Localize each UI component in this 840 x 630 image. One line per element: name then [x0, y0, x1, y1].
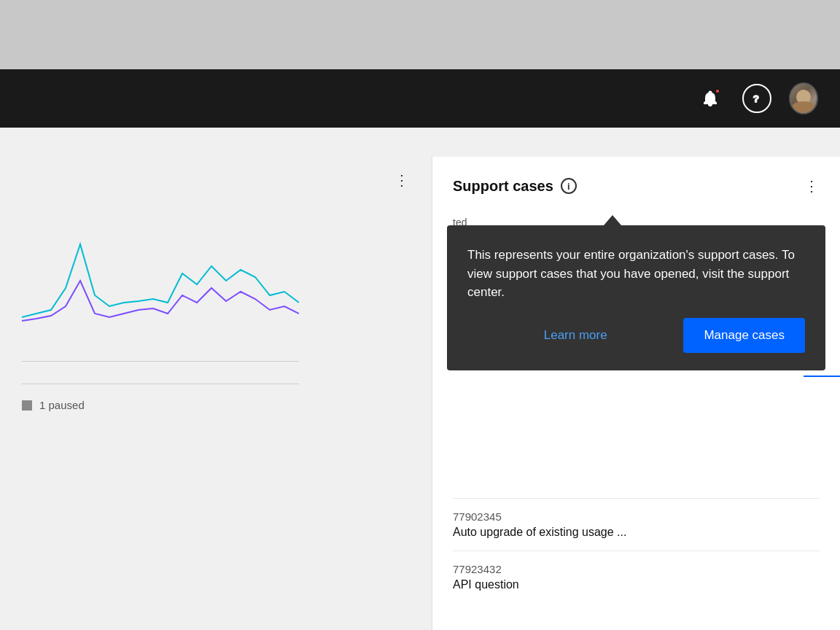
case-item-1[interactable]: 77923432 API question — [432, 551, 840, 603]
panel-title-area: Support cases i — [453, 178, 577, 195]
case-number-1: 77923432 — [453, 563, 820, 575]
chart-container — [22, 193, 299, 354]
legend-square-icon — [22, 400, 32, 411]
left-panel-menu-button[interactable]: ⋮ — [394, 171, 410, 189]
cases-list: 77902345 Auto upgrade of existing usage … — [432, 498, 840, 603]
line-chart — [22, 193, 299, 354]
notification-bell-button[interactable] — [696, 84, 725, 113]
info-icon-button[interactable]: i — [561, 178, 577, 194]
avatar-image — [790, 84, 817, 113]
content-area: ⋮ 1 paused Support cases i ⋮ ted — [0, 128, 840, 630]
manage-cases-button[interactable]: Manage cases — [683, 318, 805, 353]
chart-divider-1 — [22, 361, 299, 362]
right-panel-menu-button[interactable]: ⋮ — [804, 177, 820, 195]
help-button[interactable]: ? — [742, 84, 771, 113]
notification-dot — [715, 88, 720, 94]
case-number-0: 77902345 — [453, 510, 820, 523]
learn-more-button[interactable]: Learn more — [467, 328, 683, 343]
case-item-0[interactable]: 77902345 Auto upgrade of existing usage … — [432, 499, 840, 551]
right-panel: Support cases i ⋮ ted This represents yo… — [432, 157, 840, 630]
case-title-0: Auto upgrade of existing usage ... — [453, 526, 820, 539]
tooltip-box: This represents your entire organization… — [447, 225, 825, 370]
tooltip-container: This represents your entire organization… — [447, 215, 825, 370]
left-panel: ⋮ 1 paused — [0, 157, 432, 630]
right-panel-header: Support cases i ⋮ — [432, 157, 840, 209]
tooltip-actions: Learn more Manage cases — [467, 318, 805, 353]
paused-count-label: 1 paused — [39, 399, 85, 411]
tooltip-arrow — [604, 215, 621, 225]
user-avatar[interactable] — [789, 84, 818, 113]
chart-divider-2 — [22, 384, 299, 384]
paused-legend: 1 paused — [22, 399, 410, 411]
top-bar — [0, 0, 840, 69]
support-cases-title: Support cases — [453, 178, 553, 195]
case-title-1: API question — [453, 578, 820, 591]
progress-line — [804, 376, 840, 377]
svg-text:?: ? — [753, 93, 759, 104]
navbar: ? — [0, 69, 840, 128]
tooltip-description: This represents your entire organization… — [467, 246, 805, 302]
